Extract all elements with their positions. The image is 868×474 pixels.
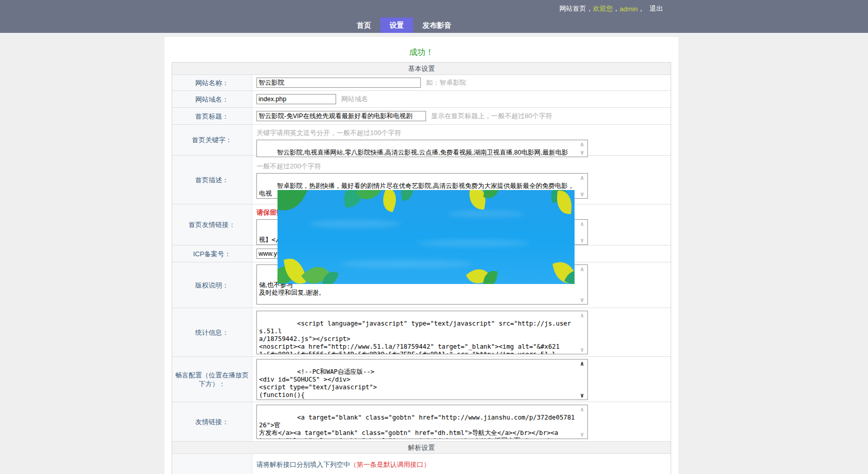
stats-textarea[interactable]: <script language="javascript" type="text…	[256, 311, 588, 354]
tab-publish-media[interactable]: 发布影音	[413, 17, 460, 33]
leaf-decoration	[556, 191, 573, 214]
row-home-keywords: 首页关键字： 关键字请用英文逗号分开，一般不超过100个字符 智云影院,电视直播…	[172, 125, 671, 156]
row-friend-links: 友情链接： <a target="blank" class="gobtn" hr…	[172, 402, 671, 442]
section-header-basic: 基本设置	[172, 63, 671, 75]
leaf-decoration	[483, 190, 500, 200]
row-stats: 统计信息： <script language="javascript" type…	[172, 308, 671, 357]
scroll-down-icon[interactable]: ∨	[579, 393, 585, 398]
success-message: 成功！	[164, 47, 678, 58]
site-domain-hint: 网站域名	[341, 94, 368, 104]
cloud-decoration	[416, 239, 529, 247]
parse-instructions-note: （第一条是默认调用接口）	[350, 461, 430, 468]
scroll-down-icon[interactable]: ∨	[579, 192, 585, 197]
scroll-up-icon[interactable]: ∧	[579, 221, 585, 226]
stats-label: 统计信息：	[172, 308, 252, 356]
tab-home[interactable]: 首页	[347, 17, 380, 33]
row-site-domain: 网站域名： 网站域名	[172, 91, 671, 108]
scroll-up-icon[interactable]: ∧	[579, 267, 585, 272]
leaf-decoration	[398, 190, 415, 201]
logout-link[interactable]: 退出	[650, 5, 663, 12]
home-title-label: 首页标题：	[172, 108, 252, 124]
home-keywords-textarea[interactable]: 智云影院,电视直播网站,零八影院快播,高清云影视,云点播,免费看视频,湖南卫视直…	[256, 140, 588, 157]
user-links: 网站首页，欢迎您，admin，退出	[560, 4, 663, 13]
cloud-decoration	[308, 220, 401, 228]
home-desc-label: 首页描述：	[172, 156, 252, 204]
scroll-down-icon[interactable]: ∨	[579, 432, 585, 437]
scroll-down-icon[interactable]: ∨	[579, 238, 585, 243]
leaf-decoration	[278, 190, 308, 218]
cloud-decoration	[447, 211, 524, 217]
row-home-title: 首页标题： 显示在首页标题上，一般不超过80个字符	[172, 108, 671, 125]
copyright-label: 版权说明：	[172, 262, 252, 308]
section-header-parse: 解析设置	[172, 442, 671, 454]
changyan-label: 畅言配置（位置在播放页下方）：	[172, 357, 252, 402]
scroll-up-icon[interactable]: ∧	[579, 142, 585, 147]
home-keywords-label: 首页关键字：	[172, 125, 252, 155]
separator: ，	[638, 5, 644, 12]
top-bar: 网站首页，欢迎您，admin，退出 首页 设置 发布影音	[0, 0, 868, 33]
scroll-down-icon[interactable]: ∨	[579, 150, 585, 155]
scroll-up-icon[interactable]: ∧	[579, 407, 585, 412]
scroll-up-icon[interactable]: ∧	[579, 361, 585, 366]
separator: ，	[586, 5, 593, 12]
scroll-down-icon[interactable]: ∨	[579, 297, 585, 302]
parse-row-label	[172, 454, 252, 474]
site-name-label: 网站名称：	[172, 75, 252, 90]
home-title-hint: 显示在首页标题上，一般不超过80个字符	[431, 111, 552, 121]
icp-label: ICP备案号：	[172, 245, 252, 262]
site-name-hint: 如：智卓影院	[426, 78, 466, 87]
row-changyan: 畅言配置（位置在播放页下方）： <!--PC和WAP自适应版--> <div i…	[172, 357, 671, 402]
home-title-input[interactable]	[256, 111, 426, 121]
welcome-text: 欢迎您	[593, 5, 613, 12]
parse-instructions: 请将解析接口分别填入下列空中（第一条是默认调用接口）	[256, 454, 671, 469]
row-site-name: 网站名称： 如：智卓影院	[172, 75, 671, 91]
tab-settings[interactable]: 设置	[380, 17, 413, 33]
overlay-image	[278, 190, 575, 284]
home-desc-hint: 一般不超过200个字符	[256, 162, 671, 171]
scroll-up-icon[interactable]: ∧	[579, 313, 585, 318]
site-domain-input[interactable]	[256, 94, 336, 104]
scroll-down-icon[interactable]: ∨	[579, 347, 585, 352]
friend-links-textarea[interactable]: <a target="blank" class="gobtn" href="ht…	[256, 405, 588, 439]
main-nav: 首页 设置 发布影音	[347, 17, 460, 33]
changyan-textarea[interactable]: <!--PC和WAP自适应版--> <div id="SOHUCS" ></di…	[256, 359, 588, 400]
leaf-decoration	[356, 190, 382, 205]
site-name-input[interactable]	[256, 78, 421, 88]
friend-links-label: 友情链接：	[172, 402, 252, 441]
site-domain-label: 网站域名：	[172, 91, 252, 107]
separator: ，	[613, 5, 620, 12]
row-parse-hint: 请将解析接口分别填入下列空中（第一条是默认调用接口）	[172, 454, 671, 474]
home-keywords-hint: 关键字请用英文逗号分开，一般不超过100个字符	[256, 128, 671, 138]
leaf-decoration	[379, 190, 400, 213]
home-friend-links-label: 首页友情链接：	[172, 204, 252, 245]
scroll-up-icon[interactable]: ∧	[579, 175, 585, 180]
home-page-link[interactable]: 网站首页	[560, 5, 586, 12]
username-text: admin	[620, 5, 638, 13]
cloud-decoration	[339, 260, 473, 268]
